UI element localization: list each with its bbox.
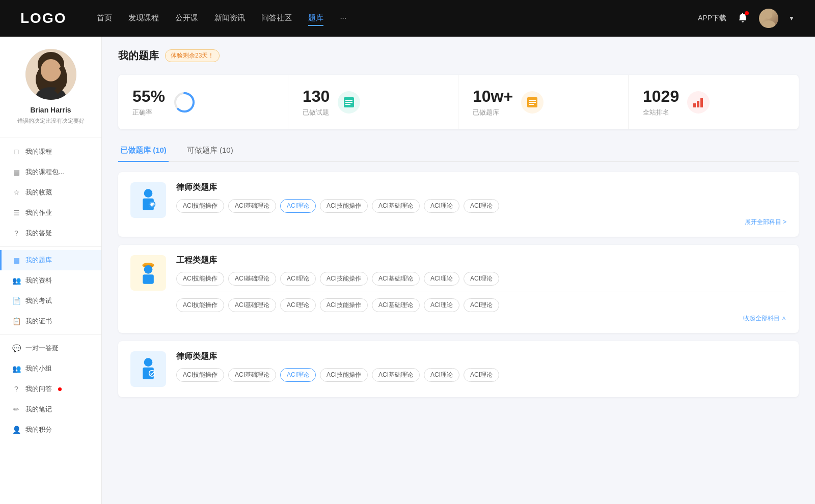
svg-point-26 [144, 265, 153, 274]
engineering-bank-content: 工程类题库 ACI技能操作 ACI基础理论 ACI理论 ACI技能操作 ACI基… [176, 255, 786, 323]
navbar: LOGO 首页 发现课程 公开课 新闻资讯 问答社区 题库 ··· APP下载 … [0, 0, 815, 37]
svg-point-1 [762, 20, 775, 28]
lawyer2-tag-4[interactable]: ACI基础理论 [372, 368, 420, 382]
engineering-collapse-button[interactable]: 收起全部科目 ∧ [176, 314, 786, 323]
lawyer-tag-3[interactable]: ACI技能操作 [320, 199, 368, 213]
lawyer2-tag-3[interactable]: ACI技能操作 [320, 368, 368, 382]
lawyer-tag-4[interactable]: ACI基础理论 [372, 199, 420, 213]
homework-icon: ☰ [12, 209, 20, 217]
sidebar-item-label: 我的证书 [25, 317, 52, 326]
avatar-placeholder [759, 9, 778, 28]
svg-rect-19 [700, 98, 703, 107]
sidebar-item-my-packages[interactable]: ▦ 我的课程包... [0, 162, 101, 182]
eng-tag-r1-4[interactable]: ACI基础理论 [372, 272, 420, 286]
trial-badge: 体验剩余23天！ [165, 49, 220, 62]
svg-rect-18 [697, 101, 699, 107]
eng-tag-r2-5[interactable]: ACI理论 [424, 298, 459, 312]
sidebar-item-my-group[interactable]: 👥 我的小组 [0, 358, 101, 379]
bell-button[interactable] [737, 11, 749, 25]
lawyer-bank-title: 律师类题库 [176, 182, 786, 193]
sidebar-item-my-profile[interactable]: 👥 我的资料 [0, 270, 101, 291]
app-download-link[interactable]: APP下载 [698, 14, 726, 23]
eng-tag-r1-2[interactable]: ACI理论 [280, 272, 316, 286]
sidebar-item-label: 我的资料 [25, 276, 52, 285]
sidebar-item-my-courses[interactable]: □ 我的课程 [0, 142, 101, 162]
lawyer2-tag-5[interactable]: ACI理论 [424, 368, 459, 382]
sidebar-item-my-exams[interactable]: 📄 我的考试 [0, 291, 101, 311]
sidebar-item-label: 我的小组 [25, 364, 52, 373]
sidebar-item-my-notes[interactable]: ✏ 我的笔记 [0, 399, 101, 419]
lawyer2-tag-0[interactable]: ACI技能操作 [176, 368, 224, 382]
nav-item-bank[interactable]: 题库 [308, 11, 323, 26]
nav-item-home[interactable]: 首页 [97, 11, 112, 26]
eng-tag-r2-1[interactable]: ACI基础理论 [228, 298, 276, 312]
svg-rect-10 [345, 100, 352, 101]
done-questions-value: 130 [303, 87, 330, 106]
sidebar-item-my-bank[interactable]: ▦ 我的题库 [0, 250, 101, 270]
logo[interactable]: LOGO [20, 10, 66, 26]
main-content: 我的题库 体验剩余23天！ 55% 正确率 [102, 37, 815, 504]
sidebar-item-my-questions[interactable]: ? 我的答疑 [0, 223, 101, 243]
qbank-header-lawyer2: 律师类题库 ACI技能操作 ACI基础理论 ACI理论 ACI技能操作 ACI基… [130, 351, 786, 387]
sidebar: Brian Harris 错误的决定比没有决定要好 □ 我的课程 ▦ 我的课程包… [0, 37, 102, 504]
eng-tag-r2-2[interactable]: ACI理论 [280, 298, 316, 312]
lawyer2-icon-container [130, 351, 166, 387]
sidebar-item-my-answers[interactable]: ? 我的问答 [0, 379, 101, 399]
sidebar-item-my-homework[interactable]: ☰ 我的作业 [0, 203, 101, 223]
ranking-chart-icon [691, 95, 705, 109]
lawyer-tag-5[interactable]: ACI理论 [424, 199, 459, 213]
engineering-bank-title: 工程类题库 [176, 255, 786, 266]
eng-tag-r1-5[interactable]: ACI理论 [424, 272, 459, 286]
sidebar-profile: Brian Harris 错误的决定比没有决定要好 [0, 49, 101, 137]
sidebar-subtitle: 错误的决定比没有决定要好 [10, 117, 91, 125]
lawyer2-tag-2[interactable]: ACI理论 [280, 368, 316, 382]
bank-list-icon [525, 95, 539, 109]
answers-badge [58, 387, 62, 391]
sidebar-item-one-on-one[interactable]: 💬 一对一答疑 [0, 338, 101, 358]
eng-tag-r2-0[interactable]: ACI技能操作 [176, 298, 224, 312]
svg-rect-27 [143, 274, 154, 284]
engineer-icon-container [130, 255, 166, 291]
nav-item-open[interactable]: 公开课 [175, 11, 198, 26]
ranking-icon [687, 91, 710, 114]
eng-tag-r2-4[interactable]: ACI基础理论 [372, 298, 420, 312]
sidebar-username: Brian Harris [10, 106, 91, 114]
eng-tag-r2-6[interactable]: ACI理论 [464, 298, 499, 312]
sidebar-divider-2 [0, 334, 101, 335]
lawyer2-tag-1[interactable]: ACI基础理论 [228, 368, 276, 382]
lawyer-tag-0[interactable]: ACI技能操作 [176, 199, 224, 213]
lawyer2-tag-6[interactable]: ACI理论 [464, 368, 499, 382]
sidebar-item-my-points[interactable]: 👤 我的积分 [0, 419, 101, 440]
eng-tag-r1-6[interactable]: ACI理论 [464, 272, 499, 286]
one-on-one-icon: 💬 [12, 344, 20, 352]
lawyer-person-icon [135, 187, 161, 213]
engineer-person-icon [135, 260, 161, 286]
main-layout: Brian Harris 错误的决定比没有决定要好 □ 我的课程 ▦ 我的课程包… [0, 37, 815, 504]
eng-tag-r1-1[interactable]: ACI基础理论 [228, 272, 276, 286]
page-title: 我的题库 [118, 49, 159, 63]
tab-done[interactable]: 已做题库 (10) [118, 142, 169, 161]
done-banks-value: 10w+ [473, 87, 513, 106]
stat-done-banks: 10w+ 已做题库 [458, 75, 629, 129]
nav-item-qa[interactable]: 问答社区 [261, 11, 292, 26]
nav-item-news[interactable]: 新闻资讯 [214, 11, 245, 26]
sidebar-item-my-certs[interactable]: 📋 我的证书 [0, 311, 101, 331]
eng-tag-r1-0[interactable]: ACI技能操作 [176, 272, 224, 286]
nav-item-more[interactable]: ··· [340, 11, 346, 26]
lawyer-tag-6[interactable]: ACI理论 [464, 199, 499, 213]
lawyer-expand-button[interactable]: 展开全部科目 > [176, 218, 786, 227]
sidebar-item-my-favorites[interactable]: ☆ 我的收藏 [0, 182, 101, 203]
nav-item-discover[interactable]: 发现课程 [128, 11, 159, 26]
packages-icon: ▦ [12, 168, 20, 176]
lawyer-tag-2[interactable]: ACI理论 [280, 199, 316, 213]
user-avatar[interactable] [759, 9, 778, 28]
lawyer-bank-tags: ACI技能操作 ACI基础理论 ACI理论 ACI技能操作 ACI基础理论 AC… [176, 199, 786, 213]
eng-tag-r1-3[interactable]: ACI技能操作 [320, 272, 368, 286]
points-icon: 👤 [12, 426, 20, 434]
tab-todo[interactable]: 可做题库 (10) [185, 142, 235, 161]
done-questions-label: 已做试题 [303, 108, 330, 117]
eng-tag-r2-3[interactable]: ACI技能操作 [320, 298, 368, 312]
lawyer-tag-1[interactable]: ACI基础理论 [228, 199, 276, 213]
user-menu-caret[interactable]: ▼ [789, 15, 795, 22]
lawyer2-bank-title: 律师类题库 [176, 351, 786, 362]
